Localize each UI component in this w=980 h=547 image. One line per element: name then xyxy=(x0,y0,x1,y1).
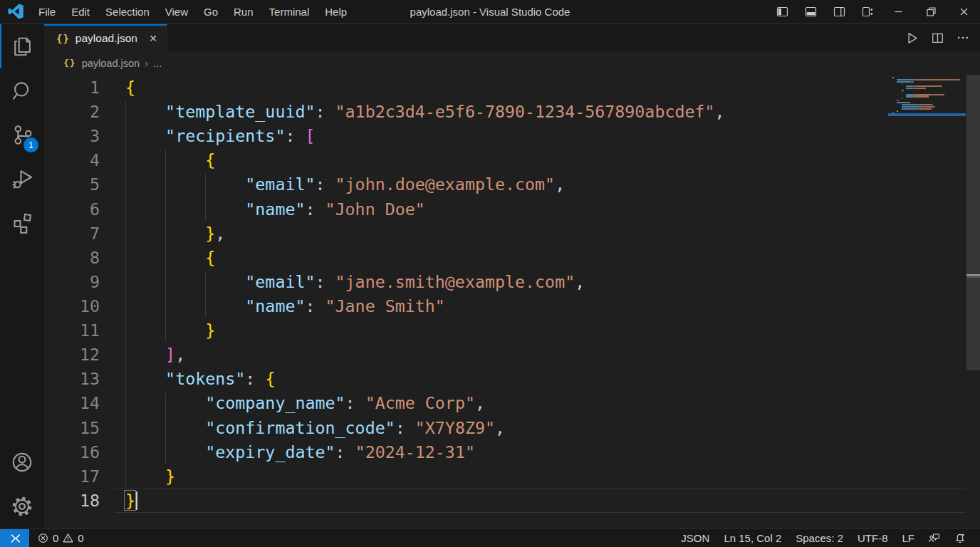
line-content: }, xyxy=(125,222,225,246)
line-number: 15 xyxy=(44,416,100,440)
restore-icon xyxy=(925,6,937,18)
remote-indicator[interactable] xyxy=(0,529,29,547)
activitybar-settings[interactable] xyxy=(0,484,44,528)
vscode-logo-icon xyxy=(8,4,24,19)
code-line-18[interactable]: 18} xyxy=(44,489,980,513)
code-line-1[interactable]: 1{ xyxy=(44,75,980,100)
code-area[interactable]: 1{2 "template_uuid": "a1b2c3d4-e5f6-7890… xyxy=(44,75,980,528)
line-number: 2 xyxy=(44,100,100,124)
line-number: 16 xyxy=(44,440,100,464)
line-number: 6 xyxy=(44,197,100,222)
code-line-7[interactable]: 7 }, xyxy=(44,222,980,246)
activitybar-explorer[interactable] xyxy=(0,24,44,68)
minimize-button[interactable] xyxy=(882,0,914,24)
minimap-line-segment xyxy=(902,98,903,99)
split-editor-icon[interactable] xyxy=(931,31,944,45)
code-line-2[interactable]: 2 "template_uuid": "a1b2c3d4-e5f6-7890-1… xyxy=(44,100,980,124)
minimap-line-segment xyxy=(897,81,910,83)
line-content: "email": "john.doe@example.com", xyxy=(125,172,565,197)
code-line-11[interactable]: 11 } xyxy=(44,318,980,343)
activitybar-extensions[interactable] xyxy=(0,201,44,245)
code-editor[interactable]: 1{2 "template_uuid": "a1b2c3d4-e5f6-7890… xyxy=(44,75,980,528)
minimap-line-segment xyxy=(902,83,903,85)
toggle-panel-button[interactable] xyxy=(796,0,825,24)
minimap-line-segment xyxy=(959,79,960,80)
minimap-line-segment xyxy=(916,85,941,87)
code-line-8[interactable]: 8 { xyxy=(44,246,980,270)
minimize-icon xyxy=(892,6,905,18)
menu-go[interactable]: Go xyxy=(196,0,226,24)
code-line-9[interactable]: 9 "email": "jane.smith@example.com", xyxy=(44,270,980,294)
code-line-12[interactable]: 12 ], xyxy=(44,343,980,367)
language-mode[interactable]: JSON xyxy=(674,532,716,544)
code-line-3[interactable]: 3 "recipients": [ xyxy=(44,124,980,148)
minimap-line-segment xyxy=(906,85,914,87)
menu-edit[interactable]: Edit xyxy=(63,0,98,24)
editor-group: {} payload.json ✕ {} payload.json › ... … xyxy=(44,24,980,528)
close-window-button[interactable] xyxy=(947,0,980,24)
code-line-16[interactable]: 16 "expiry_date": "2024-12-31" xyxy=(44,440,980,464)
line-number: 11 xyxy=(44,318,100,343)
layout-icon xyxy=(862,6,874,18)
tab-payload-json[interactable]: {} payload.json ✕ xyxy=(44,24,167,51)
minimap-line-segment xyxy=(902,90,904,91)
line-content: "email": "jane.smith@example.com", xyxy=(125,270,585,294)
toggle-secondary-sidebar-button[interactable] xyxy=(825,0,853,24)
problems-summary[interactable]: 0 0 xyxy=(37,532,84,544)
feedback-button[interactable] xyxy=(922,532,947,545)
line-content: "confirmation_code": "X7Y8Z9", xyxy=(125,416,505,440)
activitybar-source-control[interactable]: 1 xyxy=(0,113,44,157)
encoding[interactable]: UTF-8 xyxy=(850,532,895,544)
menu-file[interactable]: File xyxy=(31,0,63,24)
minimap-line-segment xyxy=(892,77,894,78)
workbench: 1 xyxy=(0,24,980,528)
toggle-primary-sidebar-button[interactable] xyxy=(768,0,796,24)
menu-run[interactable]: Run xyxy=(226,0,261,24)
sidebar-right-icon xyxy=(833,6,845,18)
code-line-6[interactable]: 6 "name": "John Doe" xyxy=(44,197,980,222)
code-line-4[interactable]: 4 { xyxy=(44,148,980,172)
line-number: 10 xyxy=(44,294,100,318)
warning-count: 0 xyxy=(78,532,83,544)
scm-pending-badge: 1 xyxy=(24,137,38,152)
code-line-15[interactable]: 15 "confirmation_code": "X7Y8Z9", xyxy=(44,416,980,440)
menu-help[interactable]: Help xyxy=(317,0,355,24)
code-line-10[interactable]: 10 "name": "Jane Smith" xyxy=(44,294,980,318)
vertical-scrollbar[interactable] xyxy=(966,75,980,528)
more-actions-icon[interactable] xyxy=(956,31,970,45)
notifications-button[interactable] xyxy=(947,532,973,545)
minimap-line-segment xyxy=(915,88,927,89)
restore-button[interactable] xyxy=(914,0,947,24)
scrollbar-thumb[interactable] xyxy=(966,75,980,370)
code-line-14[interactable]: 14 "company_name": "Acme Corp", xyxy=(44,391,980,415)
status-bar: 0 0 JSON Ln 15, Col 2 Spaces: 2 UTF-8 LF xyxy=(0,528,980,547)
line-number: 12 xyxy=(44,343,100,367)
line-number: 18 xyxy=(44,489,100,513)
line-content: "expiry_date": "2024-12-31" xyxy=(125,440,475,464)
breadcrumb-symbol[interactable]: ... xyxy=(153,58,162,69)
sidebar-left-icon xyxy=(776,6,788,18)
run-file-icon[interactable] xyxy=(905,31,919,46)
menu-view[interactable]: View xyxy=(157,0,196,24)
files-icon xyxy=(11,35,34,58)
eol-sequence[interactable]: LF xyxy=(895,532,922,544)
line-number: 4 xyxy=(44,148,100,172)
tab-close-icon[interactable]: ✕ xyxy=(147,31,160,46)
minimap-line-segment xyxy=(925,106,934,108)
breadcrumb-file[interactable]: payload.json xyxy=(82,58,140,69)
feedback-icon xyxy=(928,532,941,545)
activitybar-accounts[interactable] xyxy=(0,440,44,484)
activitybar-search[interactable] xyxy=(0,68,44,113)
indentation[interactable]: Spaces: 2 xyxy=(788,532,850,544)
code-line-5[interactable]: 5 "email": "john.doe@example.com", xyxy=(44,172,980,197)
line-number: 17 xyxy=(44,464,100,489)
customize-layout-button[interactable] xyxy=(853,0,882,24)
cursor-position[interactable]: Ln 15, Col 2 xyxy=(716,532,788,544)
code-line-13[interactable]: 13 "tokens": { xyxy=(44,367,980,391)
minimap-current-line xyxy=(888,113,966,116)
menu-selection[interactable]: Selection xyxy=(98,0,157,24)
activitybar-run-debug[interactable] xyxy=(0,157,44,201)
code-line-17[interactable]: 17 } xyxy=(44,464,980,489)
menu-terminal[interactable]: Terminal xyxy=(261,0,318,24)
minimap[interactable] xyxy=(890,77,966,134)
